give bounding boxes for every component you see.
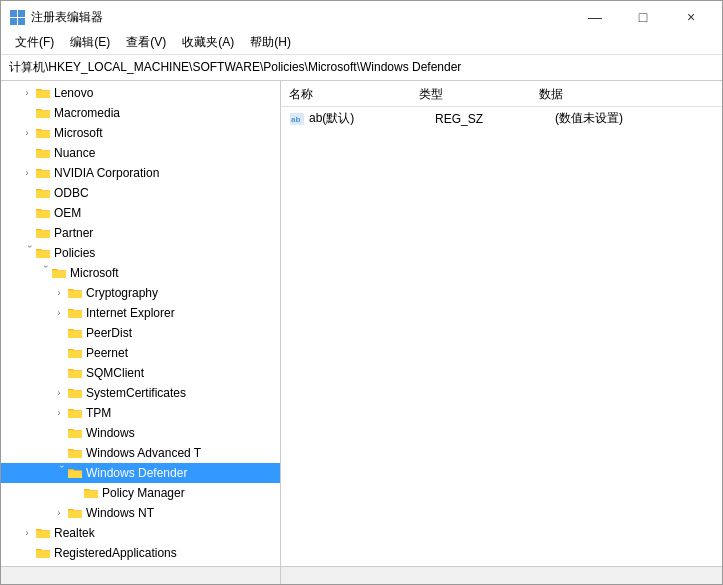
node-label-windows-nt: Windows NT — [86, 506, 154, 520]
node-label-systemcertificates: SystemCertificates — [86, 386, 186, 400]
folder-open-icon — [67, 465, 83, 481]
node-label-microsoft: Microsoft — [54, 126, 103, 140]
node-label-windows-defender: Windows Defender — [86, 466, 187, 480]
status-bar — [1, 566, 722, 584]
folder-icon — [67, 385, 83, 401]
detail-header: 名称 类型 数据 — [281, 83, 722, 107]
expand-icon: › — [19, 245, 35, 261]
menu-help[interactable]: 帮助(H) — [242, 32, 299, 53]
menu-file[interactable]: 文件(F) — [7, 32, 62, 53]
expand-icon — [19, 205, 35, 221]
tree-node-policy-manager[interactable]: Policy Manager — [1, 483, 280, 503]
expand-icon — [67, 485, 83, 501]
folder-icon — [83, 485, 99, 501]
tree-node-peerdist[interactable]: PeerDist — [1, 323, 280, 343]
expand-icon — [51, 365, 67, 381]
node-label-realtek: Realtek — [54, 526, 95, 540]
node-label-partner: Partner — [54, 226, 93, 240]
window-controls: — □ × — [572, 3, 714, 31]
tree-node-tpm[interactable]: › TPM — [1, 403, 280, 423]
tree-node-oem[interactable]: OEM — [1, 203, 280, 223]
node-label-policy-manager: Policy Manager — [102, 486, 185, 500]
folder-icon — [67, 505, 83, 521]
tree-pane[interactable]: › Lenovo Macromedia › — [1, 81, 281, 566]
close-button[interactable]: × — [668, 3, 714, 31]
app-icon — [9, 9, 25, 25]
node-label-cryptography: Cryptography — [86, 286, 158, 300]
folder-icon — [35, 125, 51, 141]
tree-node-internet-explorer[interactable]: › Internet Explorer — [1, 303, 280, 323]
menu-edit[interactable]: 编辑(E) — [62, 32, 118, 53]
node-label-windows: Windows — [86, 426, 135, 440]
tree-node-partner[interactable]: Partner — [1, 223, 280, 243]
tree-node-windows-advanced[interactable]: Windows Advanced T — [1, 443, 280, 463]
folder-icon — [67, 405, 83, 421]
title-bar: 注册表编辑器 — □ × — [1, 1, 722, 31]
node-label-lenovo: Lenovo — [54, 86, 93, 100]
folder-icon — [35, 225, 51, 241]
expand-icon: › — [51, 405, 67, 421]
folder-icon — [67, 365, 83, 381]
node-label-peernet: Peernet — [86, 346, 128, 360]
tree-node-odbc[interactable]: ODBC — [1, 183, 280, 203]
tree-node-policies-microsoft[interactable]: › Microsoft — [1, 263, 280, 283]
tree-node-nvidia[interactable]: › NVIDIA Corporation — [1, 163, 280, 183]
expand-icon: › — [51, 505, 67, 521]
expand-icon: › — [51, 465, 67, 481]
expand-icon — [19, 105, 35, 121]
detail-row-default[interactable]: ab ab(默认) REG_SZ (数值未设置) — [281, 107, 722, 130]
tree-node-systemcertificates[interactable]: › SystemCertificates — [1, 383, 280, 403]
tree-node-lenovo[interactable]: › Lenovo — [1, 83, 280, 103]
node-label-nuance: Nuance — [54, 146, 95, 160]
expand-icon: › — [19, 85, 35, 101]
expand-icon — [19, 545, 35, 561]
folder-icon — [35, 145, 51, 161]
tree-node-macromedia[interactable]: Macromedia — [1, 103, 280, 123]
menu-favorites[interactable]: 收藏夹(A) — [174, 32, 242, 53]
tree-node-windows-defender[interactable]: › Windows Defender — [1, 463, 280, 483]
node-label-sqmclient: SQMClient — [86, 366, 144, 380]
folder-icon — [67, 445, 83, 461]
expand-icon — [19, 225, 35, 241]
tree-node-peernet[interactable]: Peernet — [1, 343, 280, 363]
tree-node-policies[interactable]: › Policies — [1, 243, 280, 263]
node-label-macromedia: Macromedia — [54, 106, 120, 120]
tree-node-windows-nt[interactable]: › Windows NT — [1, 503, 280, 523]
node-label-policies-microsoft: Microsoft — [70, 266, 119, 280]
tree-node-windows[interactable]: Windows — [1, 423, 280, 443]
address-text: 计算机\HKEY_LOCAL_MACHINE\SOFTWARE\Policies… — [9, 59, 461, 76]
ab-icon: ab — [289, 111, 305, 127]
folder-open-icon — [51, 265, 67, 281]
folder-icon — [35, 185, 51, 201]
node-label-tpm: TPM — [86, 406, 111, 420]
folder-open-icon — [35, 245, 51, 261]
svg-rect-0 — [10, 10, 17, 17]
folder-icon — [35, 525, 51, 541]
menu-view[interactable]: 查看(V) — [118, 32, 174, 53]
svg-rect-1 — [18, 10, 25, 17]
folder-icon — [67, 305, 83, 321]
expand-icon — [51, 325, 67, 341]
tree-node-sqmclient[interactable]: SQMClient — [1, 363, 280, 383]
tree-node-cryptography[interactable]: › Cryptography — [1, 283, 280, 303]
folder-icon — [35, 105, 51, 121]
folder-icon — [67, 425, 83, 441]
detail-type-default: REG_SZ — [435, 112, 555, 126]
address-bar: 计算机\HKEY_LOCAL_MACHINE\SOFTWARE\Policies… — [1, 55, 722, 81]
tree-node-realtek[interactable]: › Realtek — [1, 523, 280, 543]
tree-node-registered-apps[interactable]: RegisteredApplications — [1, 543, 280, 563]
node-label-peerdist: PeerDist — [86, 326, 132, 340]
folder-icon — [35, 545, 51, 561]
expand-icon: › — [19, 125, 35, 141]
node-label-registered-apps: RegisteredApplications — [54, 546, 177, 560]
menu-bar: 文件(F) 编辑(E) 查看(V) 收藏夹(A) 帮助(H) — [1, 31, 722, 55]
minimize-button[interactable]: — — [572, 3, 618, 31]
col-header-name: 名称 — [289, 86, 419, 103]
tree-node-microsoft[interactable]: › Microsoft — [1, 123, 280, 143]
detail-pane: 名称 类型 数据 ab ab(默认) REG_SZ (数值未设置) — [281, 81, 722, 566]
maximize-button[interactable]: □ — [620, 3, 666, 31]
tree-node-nuance[interactable]: Nuance — [1, 143, 280, 163]
registry-editor-window: 注册表编辑器 — □ × 文件(F) 编辑(E) 查看(V) 收藏夹(A) 帮助… — [0, 0, 723, 585]
col-header-type: 类型 — [419, 86, 539, 103]
expand-icon — [51, 445, 67, 461]
